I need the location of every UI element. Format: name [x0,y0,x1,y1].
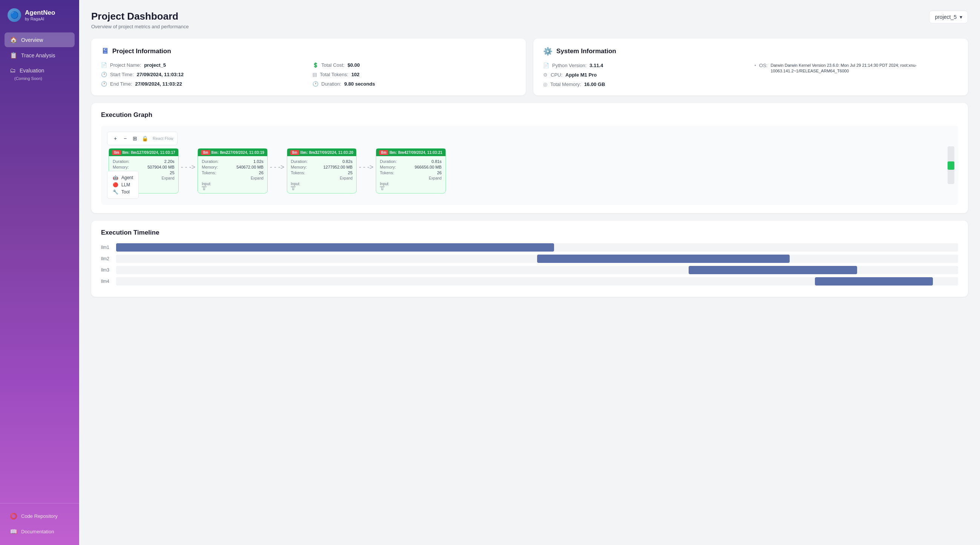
timeline-bar-llm2 [537,255,790,263]
node-llm2-header: llm llm: llm2 27/09/2024, 11:03:19 [198,148,267,156]
memory-row: ◎ Total Memory: 16.00 GB [543,81,747,87]
timeline-row-llm1: llm1 [101,243,958,252]
timeline-bar-llm4 [815,277,933,285]
legend-tool-label: Tool [121,189,130,194]
node-llm4-duration: Duration:0.81s [380,159,442,164]
node-llm2-badge: llm [201,150,210,155]
main-content: Project Dashboard Overview of project me… [79,0,980,545]
timeline-row-llm3: llm3 [101,266,958,274]
execution-timeline-card: Execution Timeline llm1 llm2 llm3 [91,221,968,297]
duration-row: 🕐 Duration: 9.80 seconds [312,81,516,87]
sidebar-item-label-overview: Overview [21,37,43,43]
end-time-row: 🕐 End Time: 27/09/2024, 11:03:22 [101,81,305,87]
start-time-row: 🕐 Start Time: 27/09/2024, 11:03:12 [101,72,305,77]
os-icon: • [755,63,756,68]
cost-icon: 💲 [312,62,318,68]
node-llm1-badge: llm [112,150,121,155]
node-llm4-memory: Memory:966656.00 MB [380,165,442,169]
fit-view-button[interactable]: ⊞ [131,134,139,143]
zoom-in-button[interactable]: + [111,134,119,143]
graph-node-llm3: llm llm: llm3 27/09/2024, 11:03:20 Durat… [287,148,357,193]
page-title: Project Dashboard [91,11,189,22]
code-repo-icon: ⭕ [10,513,18,520]
home-icon: 🏠 [10,36,18,43]
project-info-icon: 🖥 [101,47,108,56]
end-clock-icon: 🕐 [101,81,107,87]
project-info-title: 🖥 Project Information [101,47,516,56]
node-llm1-header: llm llm: llm1 27/09/2024, 11:03:17 [109,148,178,156]
os-row: • OS: Darwin Darwin Kernel Version 23.6.… [755,63,959,87]
sidebar-item-label-trace: Trace Analysis [21,53,56,59]
timeline-bar-llm3 [689,266,857,274]
node-llm4-header: llm llm: llm4 27/09/2024, 11:03:21 [376,148,445,156]
node-llm2-tokens: Tokens:26 [202,171,264,175]
graph-node-llm4: llm llm: llm4 27/09/2024, 11:03:21 Durat… [376,148,446,193]
timeline-label-llm3: llm3 [101,268,116,272]
node-llm3-expand[interactable]: Expand [291,176,353,180]
node-llm3-tokens: Tokens:25 [291,171,353,175]
lock-button[interactable]: 🔒 [141,134,149,143]
project-selector[interactable]: project_5 ▾ [929,11,968,23]
node-llm2-expand[interactable]: Expand [202,176,264,180]
page-header: Project Dashboard Overview of project me… [91,11,968,29]
system-info-icon: ⚙️ [543,47,552,56]
tokens-icon: ▤ [312,72,317,77]
node-llm3-header: llm llm: llm3 27/09/2024, 11:03:20 [287,148,356,156]
sidebar-item-overview[interactable]: 🏠 Overview [5,32,75,47]
logo-icon: 🔵 [8,8,21,22]
chevron-down-icon: ▾ [959,14,962,20]
clock-icon: 🕐 [101,72,107,77]
minimap-indicator [948,161,955,170]
arrow-2-3: - - -> [267,163,287,171]
system-info-card: ⚙️ System Information 📄 Python Version: … [533,38,968,96]
duration-icon: 🕐 [312,81,318,87]
cpu-icon: ⚙ [543,72,548,78]
zoom-out-button[interactable]: − [121,134,129,143]
node-llm2-memory: Memory:540672.00 MB [202,165,264,169]
app-by: by RagaAI [25,17,55,21]
timeline-bar-container-llm2 [116,255,958,263]
sidebar-item-code-repo[interactable]: ⭕ Code Repository [5,509,75,524]
execution-graph-card: Execution Graph + − ⊞ 🔒 React Flow llm l… [91,103,968,213]
timeline-bar-llm1 [116,243,554,252]
node-llm2-duration: Duration:1.02s [202,159,264,164]
arrow-3-4: - - -> [356,163,376,171]
react-flow-label: React Flow [153,136,173,141]
timeline-row-llm2: llm2 [101,255,958,263]
graph-legend: 🤖 Agent 🔴 LLM 🔧 Tool [107,171,139,199]
execution-timeline-title: Execution Timeline [101,229,958,236]
legend-agent: 🤖 Agent [113,175,133,180]
total-tokens-row: ▤ Total Tokens: 102 [312,72,516,77]
timeline-label-llm2: llm2 [101,256,116,261]
system-info-grid: 📄 Python Version: 3.11.4 • OS: Darwin Da… [543,63,958,87]
python-icon: 📄 [543,63,549,68]
legend-llm-icon: 🔴 [113,182,118,188]
legend-llm-label: LLM [121,182,130,188]
timeline-bar-container-llm4 [116,277,958,285]
docs-icon: 📖 [10,528,18,535]
sidebar-bottom: ⭕ Code Repository 📖 Documentation [0,503,79,545]
timeline-bar-container-llm3 [116,266,958,274]
trace-icon: 📋 [10,52,18,59]
legend-tool-icon: 🔧 [113,189,118,194]
graph-area: + − ⊞ 🔒 React Flow llm llm: llm1 27/09/2… [101,126,958,205]
total-cost-row: 💲 Total Cost: $0.00 [312,62,516,68]
system-info-title: ⚙️ System Information [543,47,958,56]
sidebar: 🔵 AgentNeo by RagaAI 🏠 Overview 📋 Trace … [0,0,79,545]
sidebar-item-evaluation[interactable]: 🗂 Evaluation [5,63,75,78]
sidebar-item-trace-analysis[interactable]: 📋 Trace Analysis [5,48,75,63]
sidebar-item-docs[interactable]: 📖 Documentation [5,524,75,539]
node-llm3-memory: Memory:1277952.00 MB [291,165,353,169]
node-llm3-duration: Duration:0.82s [291,159,353,164]
node-llm4-expand[interactable]: Expand [380,176,442,180]
node-llm4-tokens: Tokens:26 [380,171,442,175]
legend-tool: 🔧 Tool [113,189,133,194]
node-llm3-badge: llm [290,150,299,155]
node-llm2-input: Input:"[]" [202,182,264,190]
graph-controls: + − ⊞ 🔒 React Flow [107,132,178,145]
node-llm4-badge: llm [379,150,388,155]
graph-minimap [948,147,955,184]
sidebar-nav: 🏠 Overview 📋 Trace Analysis 🗂 Evaluation… [0,29,79,503]
graph-node-llm2: llm llm: llm2 27/09/2024, 11:03:19 Durat… [197,148,267,193]
node-llm1-duration: Duration:2.20s [113,159,175,164]
